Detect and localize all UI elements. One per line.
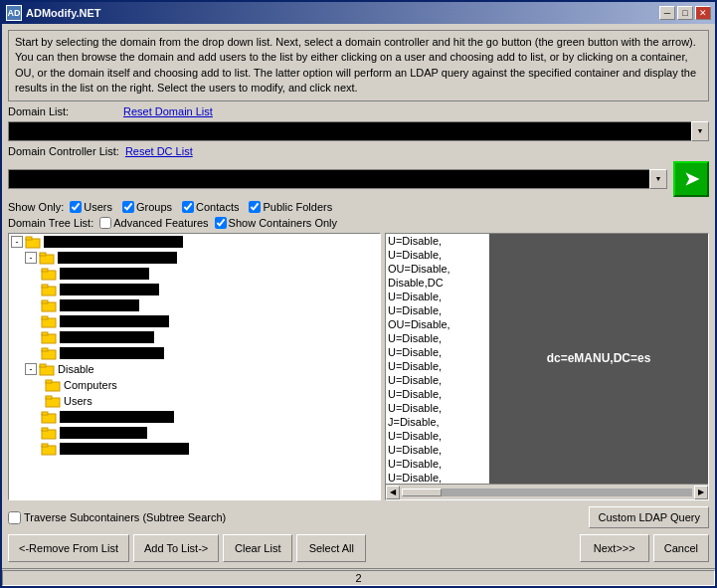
remove-from-list-button[interactable]: <-Remove From List [8, 534, 129, 562]
groups-checkbox[interactable] [122, 201, 134, 213]
svg-rect-21 [46, 396, 52, 399]
groups-label: Groups [136, 201, 172, 213]
clear-list-button[interactable]: Clear List [223, 534, 292, 562]
list-item[interactable]: U=Disable, [386, 359, 489, 373]
tree-item[interactable] [9, 297, 380, 313]
tree-item[interactable] [9, 441, 380, 457]
tree-item-text [60, 315, 169, 327]
advanced-features-checkbox[interactable] [99, 217, 111, 229]
scroll-track-h[interactable] [402, 489, 692, 496]
tree-item-text [60, 427, 147, 439]
reset-dc-link[interactable]: Reset DC List [125, 145, 193, 157]
tree-item-text [60, 331, 154, 343]
tree-expand-disable[interactable]: - [25, 363, 37, 375]
tree-item-disable[interactable]: - Disable [9, 361, 380, 377]
list-container: U=Disable, U=Disable, OU=Disable, Disabl… [385, 233, 709, 500]
list-item[interactable]: U=Disable, [386, 471, 489, 484]
advanced-features-item: Advanced Features [99, 217, 208, 229]
tree-item[interactable]: - [9, 234, 380, 250]
contacts-checkbox[interactable] [182, 201, 194, 213]
tree-expand-icon[interactable]: - [11, 236, 23, 248]
list-item[interactable]: U=Disable, [386, 457, 489, 471]
computers-label: Computers [64, 379, 117, 391]
svg-rect-7 [42, 285, 48, 288]
show-containers-item: Show Containers Only [215, 217, 337, 229]
list-item[interactable]: U=Disable, [386, 429, 489, 443]
minimize-button[interactable]: ─ [659, 6, 675, 20]
list-item[interactable]: U=Disable, [386, 401, 489, 415]
tree-item-text [58, 252, 177, 264]
list-item[interactable]: OU=Disable, [386, 262, 489, 276]
list-item[interactable]: U=Disable, [386, 345, 489, 359]
next-button[interactable]: Next>>> [580, 534, 649, 562]
dc-list-label: Domain Controller List: [8, 145, 119, 157]
cancel-button[interactable]: Cancel [653, 534, 709, 562]
list-left: U=Disable, U=Disable, OU=Disable, Disabl… [386, 234, 489, 484]
dc-dropdown-arrow[interactable]: ▼ [649, 169, 667, 189]
tree-item-text [60, 411, 174, 423]
list-item[interactable]: Disable,DC [386, 276, 489, 290]
dc-list-select[interactable] [8, 169, 667, 189]
tree-folder-icon [41, 267, 57, 281]
tree-item[interactable] [9, 345, 380, 361]
list-item[interactable]: U=Disable, [386, 290, 489, 303]
reset-domain-link[interactable]: Reset Domain List [123, 105, 213, 117]
main-split: - - [8, 233, 709, 500]
users-checkbox[interactable] [70, 201, 82, 213]
tree-item-text [60, 347, 164, 359]
tree-item[interactable] [9, 266, 380, 282]
svg-rect-19 [46, 380, 52, 383]
list-item[interactable]: U=Disable, [386, 387, 489, 401]
list-item[interactable]: OU=Disable, [386, 317, 489, 331]
list-scroll-area[interactable]: U=Disable, U=Disable, OU=Disable, Disabl… [386, 234, 708, 484]
users-checkbox-item: Users [70, 201, 112, 213]
domain-dropdown-row: ▼ [8, 121, 709, 141]
list-item[interactable]: J=Disable, [386, 415, 489, 429]
list-item[interactable]: U=Disable, [386, 248, 489, 262]
ldap-query-button[interactable]: Custom LDAP Query [589, 506, 709, 528]
disable-label: Disable [58, 363, 94, 375]
list-item[interactable]: U=Disable, [386, 331, 489, 345]
domain-dropdown-arrow[interactable]: ▼ [691, 121, 709, 141]
tree-item-text [44, 236, 183, 248]
title-bar: AD ADModify.NET ─ □ ✕ [2, 2, 715, 24]
list-item[interactable]: U=Disable, [386, 303, 489, 317]
tree-computers-icon [45, 378, 61, 392]
scroll-right-button[interactable]: ▶ [694, 486, 708, 499]
list-item[interactable]: U=Disable, [386, 234, 489, 248]
tree-container[interactable]: - - [8, 233, 381, 500]
status-bar: 2 [2, 568, 715, 586]
tree-item[interactable] [9, 329, 380, 345]
domain-list-select[interactable] [8, 121, 709, 141]
domain-list-row: Domain List: Reset Domain List [8, 105, 709, 117]
tree-item[interactable]: - [9, 250, 380, 266]
traverse-checkbox[interactable] [8, 511, 21, 524]
tree-folder-icon [41, 298, 57, 312]
select-all-button[interactable]: Select All [296, 534, 366, 562]
tree-item[interactable] [9, 409, 380, 425]
list-scrollbar-horizontal[interactable]: ◀ ▶ [386, 484, 708, 499]
list-item[interactable]: U=Disable, [386, 373, 489, 387]
tree-item[interactable] [9, 425, 380, 441]
close-button[interactable]: ✕ [695, 6, 711, 20]
tree-item-users[interactable]: Users [9, 393, 380, 409]
tree-folder-icon [41, 314, 57, 328]
domain-tree-label: Domain Tree List: [8, 217, 93, 229]
tree-item-computers[interactable]: Computers [9, 377, 380, 393]
dc-list-row: Domain Controller List: Reset DC List [8, 145, 709, 157]
show-containers-checkbox[interactable] [215, 217, 227, 229]
go-button[interactable]: ➤ [673, 161, 709, 197]
scroll-thumb-h[interactable] [402, 489, 442, 496]
list-item[interactable]: U=Disable, [386, 443, 489, 457]
tree-folder-icon [41, 426, 57, 440]
tree-item[interactable] [9, 282, 380, 297]
public-folders-checkbox[interactable] [249, 201, 261, 213]
show-only-row: Show Only: Users Groups Contacts Public … [8, 201, 709, 213]
tree-expand-icon[interactable]: - [25, 252, 37, 264]
tree-item[interactable] [9, 313, 380, 329]
add-to-list-button[interactable]: Add To List-> [133, 534, 219, 562]
show-containers-label: Show Containers Only [229, 217, 337, 229]
app-icon: AD [6, 5, 22, 21]
scroll-left-button[interactable]: ◀ [386, 486, 400, 499]
restore-button[interactable]: □ [677, 6, 693, 20]
